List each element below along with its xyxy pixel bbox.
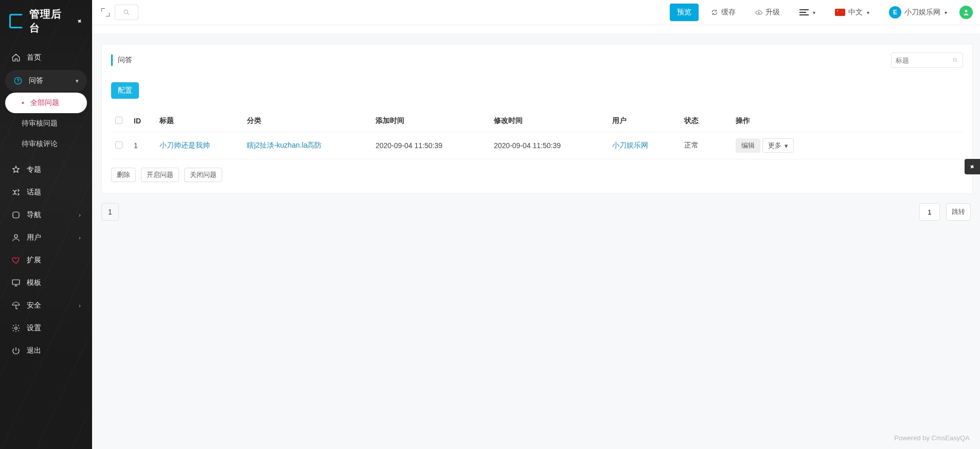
nav-special[interactable]: 专题: [0, 158, 92, 181]
th-id: ID: [130, 110, 155, 132]
subnav-pending-comments[interactable]: 待审核评论: [5, 134, 87, 154]
bulk-delete-button[interactable]: 删除: [111, 168, 136, 182]
preview-button[interactable]: 预览: [670, 4, 699, 21]
panel-title: 问答: [118, 56, 891, 65]
svg-point-7: [953, 58, 956, 61]
th-title: 标题: [155, 110, 243, 132]
nav-extension[interactable]: 扩展: [0, 249, 92, 272]
nav-label: 退出: [27, 346, 41, 355]
nav-security[interactable]: 安全 ›: [0, 294, 92, 317]
umbrella-icon: [11, 301, 21, 310]
svg-point-1: [17, 82, 19, 83]
nav-icon: [11, 210, 21, 220]
cell-id: 1: [130, 132, 155, 159]
language-dropdown[interactable]: 中文 ▾: [828, 4, 877, 21]
data-table: ID 标题 分类 添加时间 修改时间 用户 状态 操作: [111, 110, 963, 159]
chevron-down-icon: ▾: [813, 10, 815, 15]
svg-point-2: [14, 235, 17, 238]
th-status: 状态: [680, 110, 732, 132]
th-add: 添加时间: [371, 110, 490, 132]
logo-icon: [9, 14, 23, 28]
nav-label: 扩展: [27, 256, 41, 265]
top-search[interactable]: [115, 5, 138, 20]
gear-icon: [11, 324, 21, 333]
upgrade-button[interactable]: 升级: [748, 4, 787, 21]
nav-navigation[interactable]: 导航 ›: [0, 204, 92, 226]
page-current[interactable]: 1: [101, 203, 119, 221]
table-head: ID 标题 分类 添加时间 修改时间 用户 状态 操作: [111, 110, 963, 132]
chevron-down-icon: ▾: [867, 10, 869, 15]
subnav-all-questions[interactable]: 全部问题: [5, 93, 87, 113]
float-pin-button[interactable]: ✦: [965, 159, 980, 174]
page-jump-button[interactable]: 跳转: [946, 203, 971, 221]
more-dropdown[interactable]: 更多▾: [762, 138, 794, 153]
nav-label: 首页: [27, 53, 41, 62]
th-cat: 分类: [243, 110, 371, 132]
nav-label: 导航: [27, 210, 41, 220]
home-icon: [11, 53, 21, 62]
nav-qa[interactable]: 问答 ▾: [5, 70, 87, 92]
qa-subnav: 全部问题 待审核问题 待审核评论: [5, 93, 87, 154]
cell-user-link[interactable]: 小刀娱乐网: [612, 141, 648, 149]
shuffle-icon: [11, 188, 21, 197]
topbar: 预览 缓存 升级 ▾ 中文 ▾ E 小刀娱乐网 ▾: [92, 0, 980, 25]
config-row: 配置: [111, 73, 963, 103]
title-search-input[interactable]: [896, 57, 949, 64]
bulk-close-button[interactable]: 关闭问题: [184, 168, 222, 182]
nav-settings[interactable]: 设置: [0, 317, 92, 339]
chevron-down-icon: ▾: [76, 78, 79, 84]
pin-icon[interactable]: ✦: [75, 16, 84, 26]
cell-mod: 2020-09-04 11:50:39: [490, 132, 608, 159]
fullscreen-icon[interactable]: [101, 8, 110, 16]
question-icon: [13, 76, 23, 85]
accent-bar: [111, 55, 113, 66]
nav-label: 话题: [27, 188, 41, 197]
nav-logout[interactable]: 退出: [0, 339, 92, 362]
content: 问答 配置 ID 标题 分类: [92, 25, 980, 449]
th-user: 用户: [608, 110, 680, 132]
cell-title-link[interactable]: 小刀帅还是我帅: [159, 141, 210, 149]
subnav-pending-questions[interactable]: 待审核问题: [5, 113, 87, 134]
layout-dropdown[interactable]: ▾: [792, 4, 823, 21]
nav-label: 问答: [29, 76, 43, 85]
nav-home[interactable]: 首页: [0, 46, 92, 69]
nav-label: 用户: [27, 233, 41, 242]
avatar[interactable]: [959, 6, 973, 19]
nav-template[interactable]: 模板: [0, 272, 92, 294]
cell-cat-link[interactable]: 瞎j2扯淡-kuzhan.la高防: [247, 141, 322, 149]
svg-point-6: [965, 10, 968, 12]
svg-rect-3: [12, 280, 20, 284]
footer-text: Powered by CmsEasyQA: [894, 434, 970, 442]
nav-user[interactable]: 用户 ›: [0, 226, 92, 249]
nav-label: 安全: [27, 301, 41, 310]
cell-add: 2020-09-04 11:50:39: [371, 132, 490, 159]
chevron-down-icon: ▾: [785, 142, 788, 150]
chevron-right-icon: ›: [79, 212, 81, 218]
site-dropdown[interactable]: E 小刀娱乐网 ▾: [882, 4, 954, 21]
edit-button[interactable]: 编辑: [736, 138, 760, 153]
panel-head: 问答: [111, 44, 963, 73]
nav-topic[interactable]: 话题: [0, 181, 92, 204]
svg-point-5: [124, 10, 128, 13]
panel: 问答 配置 ID 标题 分类: [101, 44, 973, 194]
table-row: 1 小刀帅还是我帅 瞎j2扯淡-kuzhan.la高防 2020-09-04 1…: [111, 132, 963, 159]
row-checkbox[interactable]: [115, 141, 122, 149]
brand: 管理后台 ✦: [0, 0, 92, 46]
refresh-icon: [711, 9, 718, 16]
cache-button[interactable]: 缓存: [704, 4, 743, 21]
nav-label: 专题: [27, 165, 41, 174]
title-search[interactable]: [891, 52, 963, 68]
main: 预览 缓存 升级 ▾ 中文 ▾ E 小刀娱乐网 ▾: [92, 0, 980, 449]
star-icon: [11, 165, 21, 174]
svg-point-4: [15, 327, 17, 330]
nav-label: 模板: [27, 278, 41, 288]
power-icon: [11, 346, 21, 355]
flag-cn-icon: [835, 9, 845, 16]
lines-icon: [799, 9, 809, 15]
bulk-open-button[interactable]: 开启问题: [141, 168, 179, 182]
user-icon: [11, 233, 21, 242]
config-button[interactable]: 配置: [111, 82, 139, 99]
th-mod: 修改时间: [490, 110, 608, 132]
checkbox-all[interactable]: [115, 117, 122, 124]
page-input[interactable]: [919, 203, 940, 221]
